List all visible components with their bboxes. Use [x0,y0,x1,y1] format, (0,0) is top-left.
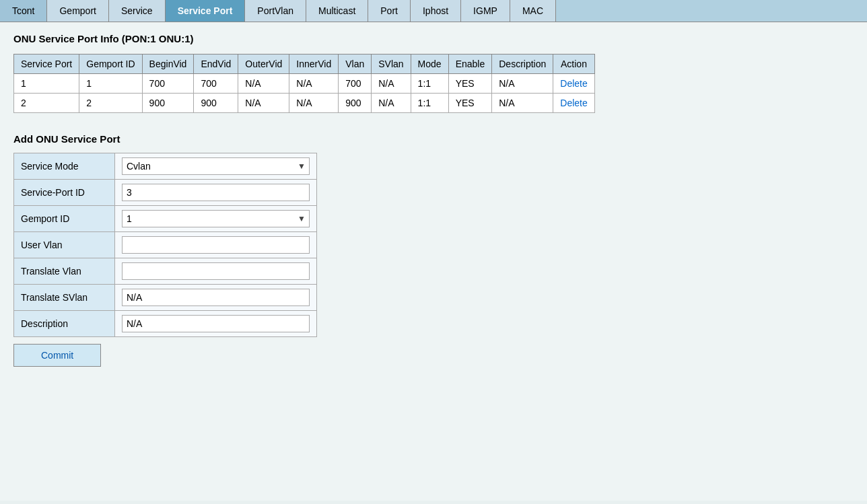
form-row-gemport-id: Gemport ID 1 2 3 4 ▼ [14,206,317,232]
service-mode-select[interactable]: Cvlan Svlan Transparent [122,157,310,175]
col-header-gemport-id: Gemport ID [79,55,142,74]
gemport-id-select[interactable]: 1 2 3 4 [122,210,310,227]
col-header-end-vid: EndVid [194,55,238,74]
col-header-svlan: SVlan [372,55,411,74]
tab-gemport[interactable]: Gemport [47,0,108,22]
form-row-service-mode: Service Mode Cvlan Svlan Transparent ▼ [14,153,317,180]
add-form-table: Service Mode Cvlan Svlan Transparent ▼ S… [13,153,317,337]
tab-mac[interactable]: MAC [510,0,556,22]
tab-tcont[interactable]: Tcont [0,0,47,22]
commit-button[interactable]: Commit [13,344,101,367]
gemport-id-select-wrapper: 1 2 3 4 ▼ [122,210,310,227]
tab-portvlan[interactable]: PortVlan [245,0,306,22]
col-header-action: Action [553,55,594,74]
form-row-user-vlan: User Vlan [14,232,317,258]
translate-vlan-label: Translate Vlan [14,258,115,285]
col-header-mode: Mode [411,55,448,74]
col-header-vlan: Vlan [339,55,372,74]
tab-multicast[interactable]: Multicast [306,0,368,22]
tab-service-port[interactable]: Service Port [166,0,246,22]
table-row: 11700700N/AN/A700N/A1:1YESN/ADelete [14,74,595,94]
service-port-table: Service Port Gemport ID BeginVid EndVid … [13,54,595,113]
service-mode-label: Service Mode [14,153,115,180]
delete-link[interactable]: Delete [560,78,587,89]
translate-svlan-input[interactable] [122,289,310,306]
translate-svlan-label: Translate SVlan [14,285,115,311]
delete-link[interactable]: Delete [560,98,587,108]
form-row-translate-svlan: Translate SVlan [14,285,317,311]
tab-igmp[interactable]: IGMP [461,0,510,22]
description-input[interactable] [122,315,310,332]
user-vlan-input[interactable] [122,236,310,254]
col-header-service-port: Service Port [14,55,79,74]
tab-bar: Tcont Gemport Service Service Port PortV… [0,0,867,22]
service-mode-select-wrapper: Cvlan Svlan Transparent ▼ [122,157,310,175]
main-content: ONU Service Port Info (PON:1 ONU:1) Serv… [0,22,867,501]
service-port-id-label: Service-Port ID [14,180,115,206]
tab-port[interactable]: Port [368,0,411,22]
col-header-begin-vid: BeginVid [142,55,194,74]
description-label: Description [14,311,115,337]
translate-vlan-input[interactable] [122,262,310,280]
tab-service[interactable]: Service [109,0,166,22]
col-header-inner-vid: InnerVid [289,55,339,74]
tab-iphost[interactable]: Iphost [411,0,461,22]
user-vlan-label: User Vlan [14,232,115,258]
info-section-title: ONU Service Port Info (PON:1 ONU:1) [13,33,854,44]
form-row-description: Description [14,311,317,337]
add-section-title: Add ONU Service Port [13,133,854,145]
service-port-id-input[interactable] [122,184,310,201]
table-row: 22900900N/AN/A900N/A1:1YESN/ADelete [14,94,595,113]
col-header-description: Description [492,55,553,74]
form-row-translate-vlan: Translate Vlan [14,258,317,285]
col-header-enable: Enable [448,55,492,74]
col-header-outer-vid: OuterVid [238,55,289,74]
gemport-id-label: Gemport ID [14,206,115,232]
form-row-service-port-id: Service-Port ID [14,180,317,206]
